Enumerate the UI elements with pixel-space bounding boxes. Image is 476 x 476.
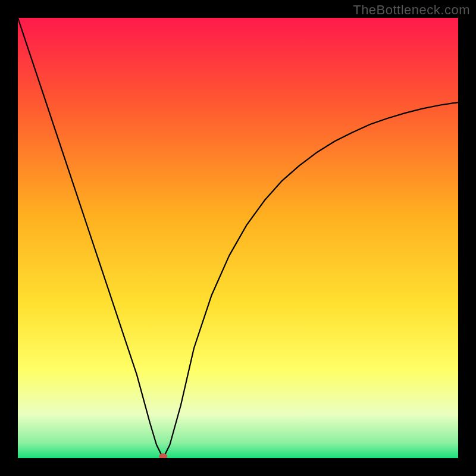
watermark-text: TheBottleneck.com (353, 2, 470, 18)
plot-area (18, 18, 458, 458)
chart-frame: TheBottleneck.com (0, 0, 476, 476)
gradient-rect (18, 18, 458, 458)
plot-svg (18, 18, 458, 458)
